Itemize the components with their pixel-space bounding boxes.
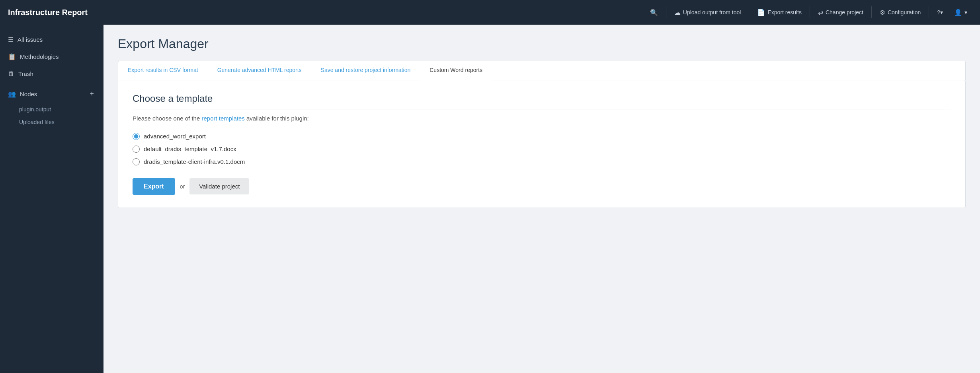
main-content: Export Manager Export results in CSV for…	[103, 25, 980, 373]
template-label-client-infra: dradis_template-client-infra.v0.1.docm	[144, 158, 245, 165]
export-results-button[interactable]: 📄 Export results	[752, 6, 806, 19]
header-divider-5	[929, 6, 929, 18]
action-buttons: Export or Validate project	[133, 178, 951, 195]
sidebar-label-all-issues: All issues	[18, 36, 43, 43]
export-results-label: Export results	[767, 9, 802, 16]
nodes-icon: 👥	[8, 90, 16, 98]
nodes-label: Nodes	[20, 91, 37, 97]
header-divider-3	[810, 6, 810, 18]
sidebar-sub-plugin-output[interactable]: plugin.output	[0, 103, 103, 116]
validate-button[interactable]: Validate project	[189, 178, 249, 194]
sidebar-sub-uploaded-files[interactable]: Uploaded files	[0, 116, 103, 128]
template-label-default: default_dradis_template_v1.7.docx	[144, 146, 236, 152]
change-project-icon: ⇄	[818, 9, 823, 16]
search-button[interactable]: 🔍	[645, 6, 663, 19]
upload-output-button[interactable]: ☁ Upload output from tool	[670, 6, 746, 19]
tab-save[interactable]: Save and restore project information	[311, 61, 420, 80]
sidebar-section-nodes[interactable]: 👥 Nodes +	[0, 85, 103, 103]
template-option-default[interactable]: default_dradis_template_v1.7.docx	[133, 146, 951, 153]
sidebar-item-trash[interactable]: 🗑 Trash	[0, 65, 103, 82]
header-nav: 🔍 ☁ Upload output from tool 📄 Export res…	[645, 6, 972, 19]
main-layout: ☰ All issues 📋 Methodologies 🗑 Trash 👥 N…	[0, 25, 980, 373]
uploaded-files-label: Uploaded files	[19, 119, 55, 125]
sidebar-item-methodologies[interactable]: 📋 Methodologies	[0, 48, 103, 65]
help-button[interactable]: ?▾	[932, 7, 948, 18]
sidebar-label-trash: Trash	[18, 70, 33, 77]
description-prefix: Please choose one of the	[133, 115, 201, 122]
search-icon: 🔍	[650, 9, 658, 16]
configuration-button[interactable]: ⚙ Configuration	[875, 6, 925, 19]
user-button[interactable]: 👤 ▾	[949, 6, 972, 19]
header-divider-4	[871, 6, 872, 18]
configuration-label: Configuration	[888, 9, 921, 16]
tab-word[interactable]: Custom Word reports	[420, 61, 492, 80]
upload-label: Upload output from tool	[683, 9, 741, 16]
page-title: Export Manager	[118, 37, 966, 51]
plugin-output-label: plugin.output	[19, 106, 51, 113]
user-icon: 👤	[954, 9, 962, 16]
template-label-advanced: advanced_word_export	[144, 133, 206, 140]
content-card: Choose a template Please choose one of t…	[118, 80, 966, 208]
header-divider-1	[666, 6, 666, 18]
sidebar-label-methodologies: Methodologies	[20, 53, 59, 60]
report-templates-link[interactable]: report templates	[201, 115, 244, 122]
nodes-section-left: 👥 Nodes	[8, 90, 37, 98]
template-option-advanced[interactable]: advanced_word_export	[133, 133, 951, 140]
description-suffix: available for this plugin:	[245, 115, 309, 122]
app-title: Infrastructure Report	[8, 8, 88, 17]
radio-advanced[interactable]	[133, 133, 140, 140]
radio-client-infra[interactable]	[133, 158, 140, 165]
upload-icon: ☁	[674, 9, 681, 16]
sidebar: ☰ All issues 📋 Methodologies 🗑 Trash 👥 N…	[0, 25, 103, 373]
export-button[interactable]: Export	[133, 178, 175, 195]
change-project-button[interactable]: ⇄ Change project	[813, 6, 868, 19]
app-header: Infrastructure Report 🔍 ☁ Upload output …	[0, 0, 980, 25]
radio-default[interactable]	[133, 146, 140, 153]
tab-csv[interactable]: Export results in CSV format	[118, 61, 208, 80]
template-option-client-infra[interactable]: dradis_template-client-infra.v0.1.docm	[133, 158, 951, 165]
issues-icon: ☰	[8, 36, 14, 43]
methodologies-icon: 📋	[8, 53, 16, 60]
change-project-label: Change project	[826, 9, 863, 16]
export-icon: 📄	[757, 9, 765, 16]
help-label: ?▾	[937, 9, 943, 16]
trash-icon: 🗑	[8, 70, 14, 77]
template-radio-group: advanced_word_export default_dradis_temp…	[133, 133, 951, 165]
gear-icon: ⚙	[880, 9, 885, 16]
or-label: or	[180, 183, 185, 190]
tab-html[interactable]: Generate advanced HTML reports	[208, 61, 311, 80]
tab-bar: Export results in CSV format Generate ad…	[118, 61, 966, 80]
header-divider-2	[749, 6, 749, 18]
sidebar-item-all-issues[interactable]: ☰ All issues	[0, 31, 103, 48]
user-chevron: ▾	[964, 9, 967, 16]
card-description: Please choose one of the report template…	[133, 114, 951, 123]
card-title: Choose a template	[133, 93, 951, 109]
nodes-add-button[interactable]: +	[88, 90, 96, 98]
